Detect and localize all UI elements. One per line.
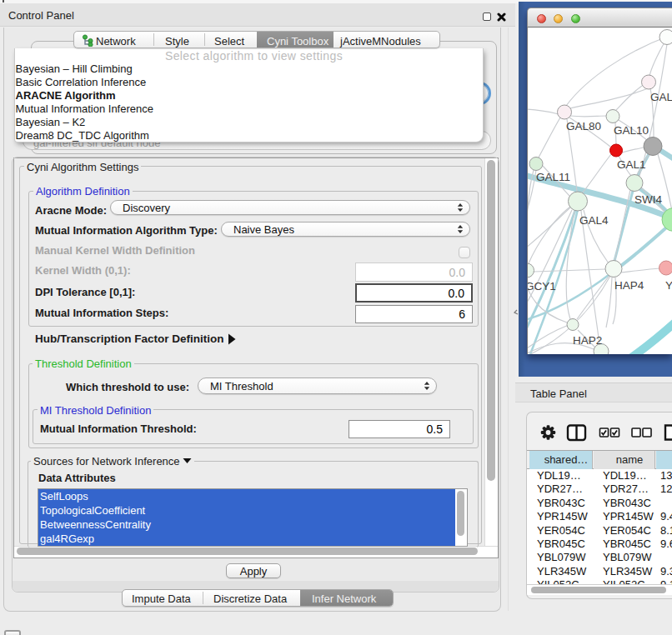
svg-text:HAP2: HAP2 [573,334,602,347]
svg-text:GCY1: GCY1 [528,280,556,292]
svg-text:GAL4: GAL4 [579,214,609,227]
svg-text:GAL80: GAL80 [566,120,601,132]
svg-text:SWI4: SWI4 [634,193,662,206]
svg-text:GAL10: GAL10 [614,124,649,137]
svg-text:GAL1: GAL1 [617,158,646,171]
svg-text:HAP4: HAP4 [614,279,644,292]
svg-text:GAL7: GAL7 [650,91,672,103]
svg-text:GAL11: GAL11 [536,171,570,183]
svg-text:YM: YM [665,279,672,292]
